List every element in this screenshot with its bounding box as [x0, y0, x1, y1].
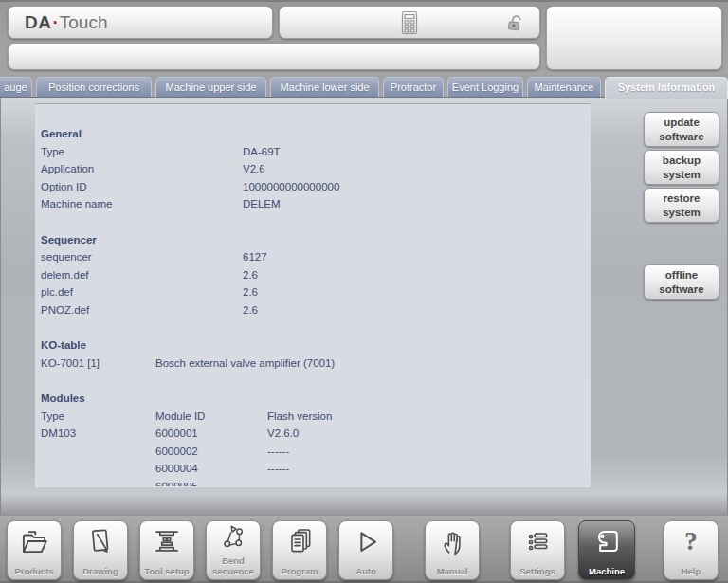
button-label: restore system: [652, 191, 711, 219]
info-row: TypeDA-69T: [41, 143, 591, 161]
toolbar-label: Products: [8, 567, 61, 576]
info-row: delem.def2.6: [41, 266, 591, 284]
toolbar-label: Help: [664, 567, 718, 576]
settings-button[interactable]: Settings: [510, 520, 565, 580]
top-right-panel: [546, 6, 722, 70]
tab-machine-lower-side[interactable]: Machine lower side: [270, 77, 379, 98]
toolbar-label: Machine: [579, 567, 634, 576]
program-pages-icon: [273, 523, 326, 559]
module-row: 6000005: [41, 478, 591, 486]
offline-software-button[interactable]: offline software: [644, 264, 719, 300]
help-button[interactable]: ? Help: [664, 520, 719, 580]
logo-panel: DA·Touch: [8, 6, 273, 39]
module-row: 6000002------: [41, 443, 591, 461]
products-button[interactable]: Products: [7, 520, 62, 580]
folder-icon: [8, 523, 61, 559]
module-row: DM1036000001V2.6.0: [41, 425, 591, 443]
manual-button[interactable]: Manual: [425, 520, 480, 580]
info-row: ApplicationV2.6: [41, 160, 591, 178]
tab-label: Protractor: [391, 82, 436, 93]
tool-setup-icon: [140, 523, 193, 559]
section-title: Sequencer: [41, 231, 591, 249]
top-bar: DA·Touch: [0, 2, 728, 75]
restore-system-button[interactable]: restore system: [644, 188, 719, 223]
info-row: sequencer6127: [41, 248, 591, 266]
program-button[interactable]: Program: [272, 520, 327, 580]
section-title: Modules: [41, 390, 591, 408]
backup-system-button[interactable]: backup system: [644, 150, 719, 185]
settings-list-icon: [511, 523, 564, 559]
tab-system-information[interactable]: System Information: [605, 77, 728, 99]
modules-header-row: TypeModule IDFlash version: [41, 408, 591, 426]
section-ko-table: KO-table KO-7001 [1]Bosch external valve…: [41, 337, 591, 372]
tab-position-corrections[interactable]: Position corrections: [36, 77, 152, 98]
tab-backgauge-partial[interactable]: auge: [0, 77, 32, 98]
tab-machine-upper-side[interactable]: Machine upper side: [155, 77, 266, 98]
machine-icon: [579, 523, 634, 559]
machine-button[interactable]: Machine: [578, 520, 635, 580]
tab-label: Maintenance: [535, 82, 594, 93]
system-info-panel: General TypeDA-69T ApplicationV2.6 Optio…: [35, 104, 591, 486]
section-modules: Modules TypeModule IDFlash version DM103…: [41, 390, 591, 486]
button-label: update software: [652, 116, 711, 143]
logo-touch: Touch: [60, 12, 108, 32]
tab-label: Machine upper side: [165, 82, 256, 93]
drawing-button[interactable]: Drawing: [73, 520, 128, 580]
bottom-toolbar: Products Drawing Tool setup: [0, 515, 728, 583]
da-touch-logo: DA·Touch: [9, 7, 272, 38]
section-title: General: [41, 125, 591, 143]
toolbar-label: Tool setup: [140, 567, 193, 576]
toolbar-label: Drawing: [74, 567, 127, 576]
tab-maintenance[interactable]: Maintenance: [527, 77, 601, 98]
tab-event-logging[interactable]: Event Logging: [447, 77, 523, 98]
svg-text:?: ?: [684, 526, 698, 556]
button-label: backup system: [652, 154, 711, 181]
update-software-button[interactable]: update software: [644, 112, 719, 147]
toolbar-label: Settings: [511, 567, 564, 576]
da-touch-screen: DA·Touch: [0, 0, 728, 583]
tab-protractor[interactable]: Protractor: [383, 77, 444, 98]
section-sequencer: Sequencer sequencer6127 delem.def2.6 plc…: [41, 231, 591, 319]
logo-dot: ·: [52, 12, 58, 32]
info-row: plc.def2.6: [41, 283, 591, 301]
section-title: KO-table: [41, 337, 591, 355]
bend-sequence-button[interactable]: Bend sequence: [206, 520, 261, 580]
toolbar-label: Bend sequence: [207, 556, 260, 576]
info-row: KO-7001 [1]Bosch external valve amplifie…: [41, 355, 591, 373]
content-area: General TypeDA-69T ApplicationV2.6 Optio…: [0, 97, 728, 515]
unlock-icon[interactable]: [503, 11, 528, 35]
message-panel: [8, 43, 540, 70]
logo-da: DA: [25, 12, 51, 32]
tab-label: auge: [4, 82, 27, 93]
auto-button[interactable]: Auto: [338, 520, 393, 580]
toolbar-label: Program: [273, 567, 326, 576]
tab-label: System Information: [618, 82, 716, 93]
tab-label: Event Logging: [452, 82, 519, 93]
auto-play-icon: [339, 523, 392, 559]
info-row: Option ID1000000000000000: [41, 178, 591, 196]
status-panel: [279, 6, 540, 39]
tab-label: Position corrections: [48, 82, 139, 93]
tab-label: Machine lower side: [280, 82, 369, 93]
section-general: General TypeDA-69T ApplicationV2.6 Optio…: [41, 125, 591, 213]
drawing-icon: [74, 523, 127, 559]
bend-sequence-icon: [207, 521, 260, 552]
toolbar-label: Auto: [339, 567, 392, 576]
info-row: PNOZ.def2.6: [41, 301, 591, 319]
button-label: offline software: [652, 268, 711, 296]
tool-setup-button[interactable]: Tool setup: [139, 520, 194, 580]
toolbar-label: Manual: [426, 567, 479, 576]
hand-icon: [426, 523, 479, 559]
help-icon: ?: [664, 523, 718, 559]
info-row: Machine nameDELEM: [41, 195, 591, 213]
module-row: 6000004------: [41, 460, 591, 478]
tab-bar: auge Position corrections Machine upper …: [0, 77, 728, 98]
numeric-keypad-icon[interactable]: [401, 10, 419, 36]
